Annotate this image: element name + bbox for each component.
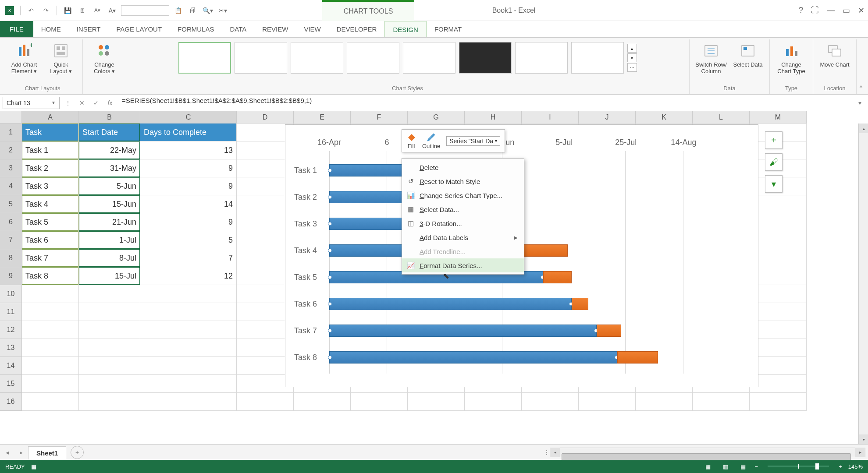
print-preview-button[interactable]: 🗏 (76, 4, 89, 17)
cell-B5[interactable]: 15-Jun (79, 195, 140, 213)
row-header-8[interactable]: 8 (0, 249, 22, 267)
cell-E16[interactable] (294, 393, 351, 411)
cell-A5[interactable]: Task 4 (22, 195, 79, 213)
row-header-13[interactable]: 13 (0, 339, 22, 357)
change-colors-button[interactable]: Change Colors ▾ (87, 40, 121, 76)
col-header-L[interactable]: L (693, 111, 750, 124)
cell-B13[interactable] (79, 339, 140, 357)
ctx-item-format-data-series-[interactable]: 📈Format Data Series... (402, 258, 524, 272)
col-header-G[interactable]: G (408, 111, 465, 124)
outline-button[interactable]: Outline (422, 132, 440, 149)
cell-I16[interactable] (522, 393, 579, 411)
worksheet[interactable]: ABCDEFGHIJKLM1TaskStart DateDays to Comp… (0, 111, 868, 444)
formula-input[interactable]: =SERIES(Sheet1!$B$1,Sheet1!$A$2:$A$9,She… (118, 97, 851, 109)
ribbon-display-button[interactable]: ⛶ (811, 6, 819, 15)
enter-formula-button[interactable]: ✓ (90, 97, 102, 109)
plot-area[interactable]: Task 1Task 2Task 3Task 4Task 5Task 6Task… (329, 151, 740, 374)
styles-scroll-up[interactable]: ▴ (627, 44, 637, 53)
minimize-button[interactable]: — (827, 6, 835, 15)
cell-A1[interactable]: Task (22, 124, 79, 141)
row-header-12[interactable]: 12 (0, 321, 22, 339)
chart-style-5[interactable] (403, 42, 455, 74)
bar-days[interactable] (572, 298, 588, 310)
row-header-2[interactable]: 2 (0, 141, 22, 159)
zoom-slider[interactable] (768, 466, 829, 467)
sheet-tab-sheet1[interactable]: Sheet1 (28, 446, 66, 459)
tab-home[interactable]: HOME (33, 21, 69, 37)
row-header-4[interactable]: 4 (0, 177, 22, 195)
cell-C12[interactable] (140, 321, 237, 339)
view-normal-button[interactable]: ▦ (702, 462, 714, 471)
ribbon-collapse-button[interactable]: ^ (857, 39, 865, 94)
cell-A11[interactable] (22, 303, 79, 321)
cell-A2[interactable]: Task 1 (22, 141, 79, 159)
cell-J16[interactable] (579, 393, 636, 411)
bar-start-date[interactable] (329, 351, 617, 364)
tab-insert[interactable]: INSERT (69, 21, 109, 37)
cell-F16[interactable] (351, 393, 408, 411)
cell-C4[interactable]: 9 (140, 177, 237, 195)
chart-style-1[interactable] (178, 42, 231, 74)
cell-B6[interactable]: 21-Jun (79, 213, 140, 231)
col-header-A[interactable]: A (22, 111, 79, 124)
cell-C3[interactable]: 9 (140, 159, 237, 177)
font-bigger-button[interactable]: A▾ (106, 4, 118, 17)
paste-button[interactable]: 📋 (172, 4, 184, 17)
chart-object[interactable]: 16-Apr615-Jun5-Jul25-Jul14-AugTask 1Task… (285, 124, 758, 387)
cell-A4[interactable]: Task 3 (22, 177, 79, 195)
zoom-level[interactable]: 145% (848, 463, 863, 470)
cell-B12[interactable] (79, 321, 140, 339)
cell-A3[interactable]: Task 2 (22, 159, 79, 177)
cell-A9[interactable]: Task 8 (22, 267, 79, 285)
cell-A8[interactable]: Task 7 (22, 249, 79, 267)
cell-B2[interactable]: 22-May (79, 141, 140, 159)
vscroll-up[interactable]: ▴ (859, 124, 868, 133)
row-header-15[interactable]: 15 (0, 375, 22, 393)
bar-days[interactable] (543, 271, 572, 283)
font-select[interactable] (121, 5, 169, 16)
cut-button[interactable]: ✂▾ (217, 4, 229, 17)
tab-developer[interactable]: DEVELOPER (329, 21, 385, 37)
tab-review[interactable]: REVIEW (254, 21, 296, 37)
cancel-formula-button[interactable]: ✕ (76, 97, 88, 109)
row-header-14[interactable]: 14 (0, 357, 22, 375)
vscroll-down[interactable]: ▾ (859, 434, 868, 444)
col-header-I[interactable]: I (522, 111, 579, 124)
styles-expand[interactable]: ⋯ (627, 63, 637, 72)
col-header-B[interactable]: B (79, 111, 140, 124)
tab-design[interactable]: DESIGN (384, 21, 427, 37)
cell-A7[interactable]: Task 6 (22, 231, 79, 249)
cell-M16[interactable] (750, 393, 807, 411)
view-page-layout-button[interactable]: ▥ (720, 462, 731, 471)
chart-style-7[interactable] (515, 42, 568, 74)
hscroll-right[interactable]: ▸ (855, 448, 865, 457)
chart-area[interactable]: 16-Apr615-Jun5-Jul25-Jul14-AugTask 1Task… (290, 129, 754, 382)
row-header-11[interactable]: 11 (0, 303, 22, 321)
tab-view[interactable]: VIEW (296, 21, 328, 37)
namebox-dropdown-icon[interactable]: ▼ (51, 100, 56, 105)
hscroll-left[interactable]: ◂ (550, 448, 560, 457)
cell-B16[interactable] (79, 393, 140, 411)
col-header-D[interactable]: D (237, 111, 294, 124)
cell-A10[interactable] (22, 285, 79, 303)
bar-start-date[interactable] (329, 298, 572, 310)
view-page-break-button[interactable]: ▤ (737, 462, 749, 471)
cell-B11[interactable] (79, 303, 140, 321)
cell-A15[interactable] (22, 375, 79, 393)
chart-styles-gallery[interactable]: ▴ ▾ ⋯ (177, 40, 639, 75)
chart-style-3[interactable] (291, 42, 343, 74)
styles-scroll-down[interactable]: ▾ (627, 53, 637, 62)
cell-A12[interactable] (22, 321, 79, 339)
col-header-H[interactable]: H (465, 111, 522, 124)
col-header-C[interactable]: C (140, 111, 237, 124)
cell-C9[interactable]: 12 (140, 267, 237, 285)
change-chart-type-button[interactable]: Change Chart Type (774, 40, 808, 76)
row-header-16[interactable]: 16 (0, 393, 22, 411)
add-chart-element-button[interactable]: + Add Chart Element ▾ (7, 40, 41, 76)
sheet-nav-next[interactable]: ▸ (14, 449, 28, 456)
chart-style-6[interactable] (459, 42, 512, 74)
row-header-7[interactable]: 7 (0, 231, 22, 249)
cell-B10[interactable] (79, 285, 140, 303)
col-header-J[interactable]: J (579, 111, 636, 124)
row-header-1[interactable]: 1 (0, 124, 22, 141)
